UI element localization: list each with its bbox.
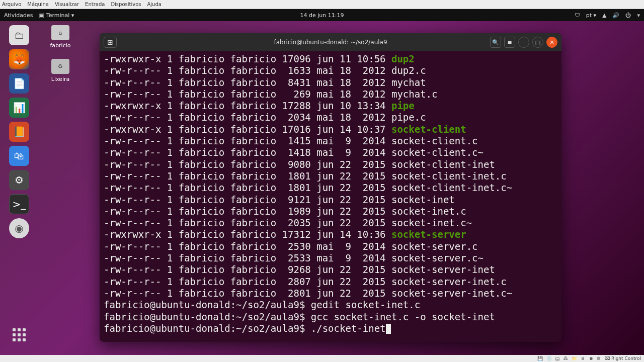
dock-disk[interactable]: ◉: [9, 218, 29, 238]
gnome-top-bar: Atividades ▣ Terminal ▾ 14 de jun 11:19 …: [0, 9, 644, 21]
minimize-button[interactable]: —: [518, 37, 529, 48]
vm-display-icon: 🖥: [581, 356, 585, 361]
hamburger-menu-button[interactable]: ≡: [504, 37, 515, 48]
app-menu-label: Terminal ▾: [46, 12, 74, 19]
vm-hostkey-indicator: ⌧ Right Control: [605, 356, 641, 361]
recycle-icon: ♻: [51, 59, 69, 74]
vm-recording-icon: ⏺: [589, 356, 593, 361]
vm-status-icons[interactable]: 💾 💿 🖴 🖧 📁 🖥 ⏺ ⚙: [535, 356, 600, 361]
network-icon[interactable]: ▲: [602, 12, 606, 19]
search-button[interactable]: 🔍: [490, 37, 501, 48]
terminal-output[interactable]: -rwxrwxr-x 1 fabricio fabricio 17096 jun…: [100, 51, 561, 342]
keyboard-lang[interactable]: pt ▾: [586, 12, 596, 19]
desktop-icons: ⌂ fabricio ♻ Lixeira: [45, 25, 75, 82]
vm-disk-icon: 💾: [537, 356, 543, 361]
shield-icon[interactable]: 🛡: [575, 12, 580, 19]
terminal-title: fabricio@ubuntu-donald: ~/so2/aula9: [274, 39, 387, 46]
dock-writer[interactable]: 📄: [9, 73, 29, 94]
dock-impress[interactable]: 📙: [9, 122, 29, 142]
trash-label: Lixeira: [51, 76, 69, 82]
trash-icon[interactable]: ♻ Lixeira: [45, 59, 75, 82]
vm-shared-icon: 📁: [572, 356, 577, 361]
dock-files[interactable]: 🗀: [9, 25, 29, 45]
desktop: 🗀 🦊 📄 📊 📙 🛍 ⚙ >_ ◉ ⌂ fabricio ♻ Lixeira …: [0, 21, 644, 355]
power-icon[interactable]: ⏻: [625, 12, 631, 19]
vm-menu-dispositivos[interactable]: Dispositivos: [111, 2, 141, 7]
home-icon: ⌂: [51, 25, 69, 40]
home-folder-icon[interactable]: ⌂ fabricio: [45, 25, 75, 49]
maximize-button[interactable]: □: [532, 37, 543, 48]
show-applications[interactable]: [9, 325, 29, 345]
dock: 🗀 🦊 📄 📊 📙 🛍 ⚙ >_ ◉: [0, 21, 38, 355]
clock[interactable]: 14 de jun 11:19: [300, 12, 344, 19]
app-menu[interactable]: ▣ Terminal ▾: [39, 12, 74, 19]
vm-status-bar: 💾 💿 🖴 🖧 📁 🖥 ⏺ ⚙ ⌧ Right Control: [0, 355, 644, 362]
vm-network-icon: 🖧: [564, 356, 568, 361]
vm-cpu-icon: ⚙: [597, 356, 601, 361]
terminal-titlebar[interactable]: ⊞ fabricio@ubuntu-donald: ~/so2/aula9 🔍 …: [100, 33, 561, 51]
new-tab-button[interactable]: ⊞: [104, 37, 117, 48]
terminal-window: ⊞ fabricio@ubuntu-donald: ~/so2/aula9 🔍 …: [100, 33, 561, 342]
chevron-down-icon[interactable]: ▾: [637, 12, 640, 19]
dock-terminal[interactable]: >_: [9, 194, 29, 214]
volume-icon[interactable]: 🔊: [612, 12, 619, 19]
vm-menu-bar[interactable]: Arquivo Máquina Visualizar Entrada Dispo…: [0, 0, 644, 9]
vm-optical-icon: 💿: [546, 356, 552, 361]
home-folder-label: fabricio: [50, 42, 70, 49]
terminal-icon: ▣: [39, 12, 44, 19]
close-button[interactable]: ✕: [546, 37, 557, 48]
dock-calc[interactable]: 📊: [9, 98, 29, 118]
vm-usb-icon: 🖴: [555, 356, 560, 361]
vm-menu-ajuda[interactable]: Ajuda: [147, 2, 161, 7]
vm-menu-maquina[interactable]: Máquina: [27, 2, 49, 7]
vm-menu-entrada[interactable]: Entrada: [85, 2, 105, 7]
dock-settings[interactable]: ⚙: [9, 170, 29, 190]
vm-menu-visualizar[interactable]: Visualizar: [55, 2, 79, 7]
activities-button[interactable]: Atividades: [4, 12, 33, 19]
vm-menu-arquivo[interactable]: Arquivo: [2, 2, 21, 7]
dock-firefox[interactable]: 🦊: [9, 49, 29, 69]
dock-software[interactable]: 🛍: [9, 146, 29, 166]
